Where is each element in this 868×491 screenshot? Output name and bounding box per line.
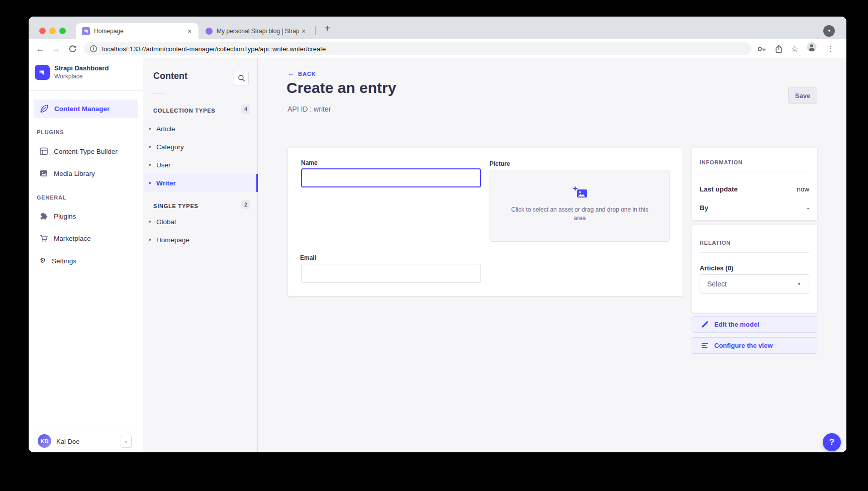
subnav-title: Content <box>153 71 187 81</box>
subnav-item-category[interactable]: Category <box>143 138 258 156</box>
maximize-window-button[interactable] <box>59 28 66 34</box>
share-icon[interactable] <box>774 44 784 54</box>
cart-icon <box>40 234 48 242</box>
articles-relation-label: Articles (0) <box>700 264 733 272</box>
layout-grid-icon <box>40 147 48 155</box>
edit-model-label: Edit the model <box>714 321 759 328</box>
edit-model-button[interactable]: Edit the model <box>692 316 817 333</box>
sidebar-item-settings[interactable]: ⚙ Settings <box>35 255 137 267</box>
relation-card: RELATION Articles (0) Select <box>692 225 817 313</box>
last-update-label: Last update <box>700 185 738 193</box>
minimize-window-button[interactable] <box>49 28 56 34</box>
last-update-value: now <box>797 185 809 193</box>
bullet-icon <box>149 164 151 166</box>
strapi-app: Strapi Dashboard Workplace Content Manag… <box>29 58 846 452</box>
help-button[interactable]: ? <box>823 433 841 451</box>
user-avatar[interactable]: KD <box>38 434 51 448</box>
tab-strip: Homepage My personal Strapi blog | Strap <box>29 17 846 39</box>
tab-homepage[interactable]: Homepage <box>76 23 199 39</box>
pencil-icon <box>701 321 709 328</box>
content-subnav: Content COLLECTION TYPES 4 Article Categ… <box>143 58 258 452</box>
bullet-icon <box>149 146 151 148</box>
sidebar-section-plugins: PLUGINS <box>37 129 64 135</box>
sidebar-item-plugins[interactable]: Plugins <box>35 210 137 222</box>
gear-icon: ⚙ <box>40 257 46 264</box>
strapi-logo-icon <box>35 65 50 80</box>
single-types-count-badge: 2 <box>241 200 250 209</box>
reload-button[interactable] <box>67 43 78 54</box>
browser-menu-icon[interactable] <box>826 44 836 54</box>
blog-favicon-icon <box>206 28 213 35</box>
tab-title: Homepage <box>94 28 185 35</box>
api-id-subtitle: API ID : writer <box>287 105 331 113</box>
tab-strapi-blog[interactable]: My personal Strapi blog | Strap <box>200 23 313 39</box>
profile-avatar-icon[interactable] <box>807 42 817 52</box>
email-input[interactable] <box>301 264 481 283</box>
sidebar-item-label: Media Library <box>54 170 95 177</box>
bookmark-star-icon[interactable] <box>790 44 800 54</box>
address-bar[interactable]: localhost:1337/admin/content-manager/col… <box>84 42 751 55</box>
workspace-subtitle: Workplace <box>54 73 109 80</box>
subnav-item-label: Article <box>156 125 175 133</box>
bullet-icon <box>149 182 151 184</box>
browser-forward-button[interactable] <box>50 43 61 54</box>
browser-window: Homepage My personal Strapi blog | Strap… <box>29 17 846 452</box>
image-icon <box>40 169 48 177</box>
articles-select[interactable]: Select <box>700 274 809 293</box>
back-label: BACK <box>298 71 316 77</box>
workspace-title: Strapi Dashboard <box>54 64 109 72</box>
search-icon <box>238 74 245 82</box>
site-info-icon[interactable] <box>89 45 98 53</box>
tab-title: My personal Strapi blog | Strap <box>217 28 299 35</box>
sidebar-item-marketplace[interactable]: Marketplace <box>35 232 137 244</box>
sidebar-item-label: Plugins <box>54 213 76 220</box>
collection-types-header: COLLECTION TYPES <box>153 108 215 114</box>
chevron-down-icon <box>797 281 802 287</box>
main-sidebar: Strapi Dashboard Workplace Content Manag… <box>29 58 143 452</box>
sidebar-item-content-manager[interactable]: Content Manager <box>34 100 138 118</box>
browser-back-button[interactable] <box>35 43 46 54</box>
subnav-item-article[interactable]: Article <box>143 120 258 138</box>
divider <box>700 252 809 253</box>
close-window-button[interactable] <box>39 28 46 34</box>
sidebar-section-general: GENERAL <box>37 194 66 201</box>
collapse-sidebar-button[interactable] <box>121 435 132 448</box>
sidebar-item-label: Marketplace <box>54 235 91 242</box>
configure-view-button[interactable]: Configure the view <box>692 337 817 354</box>
main-content: BACK Create an entry API ID : writer Sav… <box>258 58 846 452</box>
sidebar-item-content-type-builder[interactable]: Content-Type Builder <box>35 145 137 157</box>
subnav-item-user[interactable]: User <box>143 156 258 174</box>
divider <box>153 93 165 94</box>
subnav-item-label: User <box>156 161 171 169</box>
divider <box>700 172 809 172</box>
save-button[interactable]: Save <box>788 87 817 104</box>
collection-types-count-badge: 4 <box>241 105 250 114</box>
subnav-item-label: Category <box>156 143 184 151</box>
back-link[interactable]: BACK <box>287 70 316 77</box>
subnav-item-writer[interactable]: Writer <box>143 174 258 192</box>
upload-hint-text: Click to select an asset or drag and dro… <box>505 206 655 223</box>
subnav-item-homepage[interactable]: Homepage <box>143 231 258 249</box>
close-tab-icon[interactable] <box>299 27 308 36</box>
password-key-icon[interactable] <box>756 44 766 54</box>
downloads-chevron-button[interactable] <box>823 25 835 37</box>
subnav-item-global[interactable]: Global <box>143 213 258 231</box>
quill-icon <box>40 105 48 113</box>
divider <box>29 428 143 428</box>
sidebar-item-label: Settings <box>52 257 76 265</box>
new-tab-button[interactable] <box>321 22 334 35</box>
by-label: By <box>700 204 708 212</box>
by-row: By - <box>700 204 809 212</box>
tab-divider <box>315 26 316 35</box>
user-name: Kai Doe <box>56 438 79 445</box>
email-label: Email <box>300 254 316 261</box>
picture-upload-dropzone[interactable]: Click to select an asset or drag and dro… <box>490 170 670 242</box>
search-button[interactable] <box>234 71 249 85</box>
bullet-icon <box>149 221 151 223</box>
back-arrow-icon <box>287 70 294 77</box>
close-tab-icon[interactable] <box>185 27 194 36</box>
subnav-item-label: Global <box>156 218 176 226</box>
subnav-item-label: Writer <box>156 179 176 187</box>
sidebar-item-media-library[interactable]: Media Library <box>35 167 137 179</box>
name-input[interactable] <box>301 168 481 187</box>
